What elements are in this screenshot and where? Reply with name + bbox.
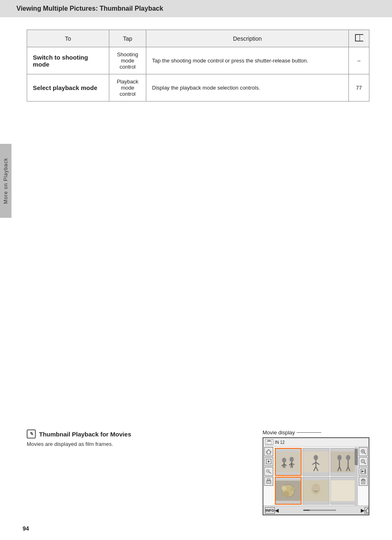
info-table: To Tap Description Switch to shooting mo…	[27, 30, 369, 102]
svg-point-61	[314, 487, 315, 489]
svg-point-58	[311, 484, 320, 494]
cam-thumb-1	[275, 448, 302, 476]
cam-top-bar: IN 12	[263, 438, 369, 447]
col-tap: Tap	[109, 30, 146, 47]
main-content: To Tap Description Switch to shooting mo…	[0, 17, 392, 122]
svg-line-15	[364, 462, 366, 464]
row2-ref: 77	[349, 74, 369, 102]
cam-icon-house	[264, 447, 273, 456]
svg-point-55	[291, 487, 295, 491]
page-title: Viewing Multiple Pictures: Thumbnail Pla…	[16, 5, 163, 12]
col-to: To	[27, 30, 109, 47]
cam-icon-print	[264, 477, 273, 486]
cam-left-icons	[264, 447, 273, 486]
row1-ref: –	[349, 47, 369, 74]
svg-point-56	[283, 491, 289, 497]
sidebar-label: More on Playback	[3, 158, 9, 204]
svg-rect-63	[331, 480, 357, 501]
cam-icon-zoom-in	[359, 447, 368, 456]
cam-nav-arrows: ◀ ▶	[275, 508, 364, 513]
svg-marker-4	[268, 460, 270, 463]
cam-info-button[interactable]: INFO	[265, 507, 275, 514]
cam-thumb-2	[302, 448, 329, 476]
cam-scrollbar	[355, 447, 358, 505]
camera-display: Movie display IN 12	[263, 429, 369, 515]
cam-thumb-5	[302, 477, 329, 505]
row2-desc: Display the playback mode selection cont…	[146, 74, 349, 102]
svg-rect-22	[362, 479, 364, 480]
cam-icon-play	[264, 457, 273, 466]
svg-point-31	[290, 457, 294, 462]
note-text: Movies are displayed as film frames.	[27, 441, 250, 447]
cam-arrow-right[interactable]: ▶	[361, 508, 364, 513]
svg-point-62	[317, 487, 318, 489]
cam-thumb-3	[330, 448, 357, 476]
svg-point-26	[282, 458, 286, 463]
col-ref	[349, 30, 369, 47]
svg-rect-25	[276, 452, 301, 472]
movie-display-label: Movie display	[263, 429, 369, 436]
cam-home-button[interactable]	[364, 507, 370, 514]
cam-icon-playback	[359, 467, 368, 476]
note-section: ✎ Thumbnail Playback for Movies Movies a…	[27, 429, 250, 447]
svg-line-6	[269, 472, 271, 473]
row2-tap: Playback mode control	[109, 74, 146, 102]
svg-rect-43	[331, 452, 357, 473]
svg-marker-2	[266, 450, 271, 454]
page-number: 94	[23, 525, 29, 532]
note-icon: ✎	[27, 429, 36, 438]
svg-marker-19	[362, 470, 364, 473]
note-heading: Thumbnail Playback for Movies	[39, 431, 131, 438]
cam-main-grid	[274, 447, 358, 505]
book-icon	[355, 34, 363, 42]
cam-right-icons	[359, 447, 368, 486]
cam-thumb-6	[330, 477, 357, 505]
row1-tap: Shooting mode control	[109, 47, 146, 74]
table-row: Switch to shooting mode Shooting mode co…	[27, 47, 369, 74]
cam-icon-zoom-out	[359, 457, 368, 466]
cam-mode-icon	[265, 439, 273, 445]
cam-bottom-bar: INFO ◀ ▶	[263, 505, 369, 515]
table-row: Select playback mode Playback mode contr…	[27, 74, 369, 102]
cam-scrollbar-thumb	[355, 449, 358, 465]
bottom-section: ✎ Thumbnail Playback for Movies Movies a…	[27, 429, 369, 515]
svg-point-44	[337, 455, 341, 460]
cam-icon-delete	[359, 477, 368, 486]
svg-marker-64	[365, 508, 370, 512]
cam-icon-key	[264, 467, 273, 476]
cam-arrow-left[interactable]: ◀	[275, 508, 279, 513]
camera-screen: IN 12	[263, 437, 369, 515]
svg-point-37	[314, 455, 318, 460]
page-header: Viewing Multiple Pictures: Thumbnail Pla…	[0, 0, 392, 17]
row1-desc: Tap the shooting mode control or press t…	[146, 47, 349, 74]
svg-rect-9	[267, 482, 270, 483]
row2-to: Select playback mode	[27, 74, 109, 102]
svg-rect-20	[362, 480, 365, 484]
sidebar-tab: More on Playback	[0, 144, 12, 218]
row1-to: Switch to shooting mode	[27, 47, 109, 74]
cam-top-info: IN 12	[275, 440, 285, 445]
note-title: ✎ Thumbnail Playback for Movies	[27, 429, 250, 438]
svg-point-54	[281, 486, 286, 491]
col-description: Description	[146, 30, 349, 47]
cam-thumb-4	[275, 477, 302, 505]
svg-line-11	[364, 452, 366, 454]
svg-point-48	[346, 455, 350, 460]
